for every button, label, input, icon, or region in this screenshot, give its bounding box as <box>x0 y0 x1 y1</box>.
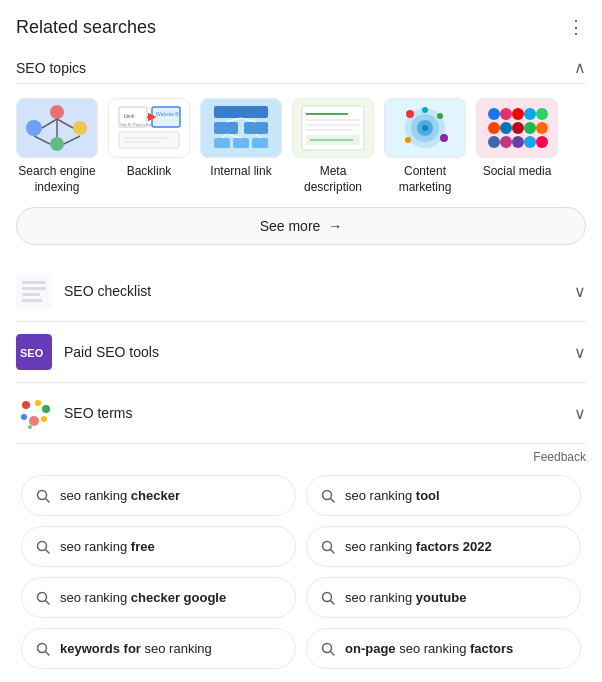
suggestion-text-6: seo ranking youtube <box>345 590 466 605</box>
feedback-label[interactable]: Feedback <box>533 450 586 464</box>
suggestion-seo-ranking-checker-google[interactable]: seo ranking checker google <box>21 577 296 618</box>
seo-terms-chevron: ∨ <box>574 404 586 423</box>
svg-rect-21 <box>214 138 230 148</box>
svg-point-53 <box>524 122 536 134</box>
svg-rect-64 <box>22 299 42 302</box>
card-label-content-marketing: Content marketing <box>384 164 466 195</box>
svg-point-55 <box>488 136 500 148</box>
see-more-button[interactable]: See more → <box>16 207 586 245</box>
search-icon-7 <box>36 642 50 656</box>
page-title: Related searches <box>16 17 156 38</box>
svg-line-7 <box>64 136 80 144</box>
suggestion-seo-ranking-youtube[interactable]: seo ranking youtube <box>306 577 581 618</box>
svg-point-43 <box>440 134 448 142</box>
svg-line-78 <box>331 498 335 502</box>
svg-text:blink: blink <box>124 113 135 119</box>
suggestion-text-2: seo ranking tool <box>345 488 440 503</box>
svg-rect-63 <box>22 293 40 296</box>
feedback-row: Feedback <box>16 444 586 470</box>
suggestion-text-1: seo ranking checker <box>60 488 180 503</box>
suggestion-seo-ranking-tool[interactable]: seo ranking tool <box>306 475 581 516</box>
svg-line-27 <box>226 134 241 138</box>
search-icon-5 <box>36 591 50 605</box>
search-icon-8 <box>321 642 335 656</box>
card-backlink[interactable]: blink Site B: Pass.a backlink Website B <box>108 98 190 195</box>
card-label-meta-description: Meta description <box>292 164 374 195</box>
svg-point-39 <box>422 125 428 131</box>
svg-rect-23 <box>252 138 268 148</box>
card-internal-link[interactable]: Internal link <box>200 98 282 195</box>
seo-checklist-chevron: ∨ <box>574 282 586 301</box>
svg-line-6 <box>34 136 50 144</box>
svg-point-57 <box>512 136 524 148</box>
seo-topics-chevron: ∧ <box>574 58 586 77</box>
svg-point-71 <box>21 414 27 420</box>
menu-icon[interactable]: ⋮ <box>567 16 586 38</box>
card-label-internal-link: Internal link <box>210 164 271 180</box>
card-label-backlink: Backlink <box>127 164 172 180</box>
svg-line-5 <box>57 119 73 128</box>
svg-point-1 <box>50 105 64 119</box>
collapsible-seo-checklist[interactable]: SEO checklist ∨ <box>16 261 586 322</box>
svg-point-40 <box>406 110 414 118</box>
svg-rect-61 <box>22 281 46 284</box>
seo-topics-header[interactable]: SEO topics ∧ <box>16 52 586 84</box>
suggestion-seo-ranking-factors-2022[interactable]: seo ranking factors 2022 <box>306 526 581 567</box>
suggestion-keywords-for-seo-ranking[interactable]: keywords for seo ranking <box>21 628 296 669</box>
card-social-media[interactable]: Social media <box>476 98 558 195</box>
suggestion-seo-ranking-checker[interactable]: seo ranking checker <box>21 475 296 516</box>
svg-line-28 <box>256 134 260 138</box>
svg-point-42 <box>405 137 411 143</box>
card-content-marketing[interactable]: Content marketing <box>384 98 466 195</box>
see-more-label: See more <box>260 218 321 234</box>
search-icon-1 <box>36 489 50 503</box>
svg-text:SEO: SEO <box>20 347 44 359</box>
paid-seo-tools-chevron: ∨ <box>574 343 586 362</box>
svg-rect-12 <box>152 107 180 127</box>
search-icon-3 <box>36 540 50 554</box>
svg-line-86 <box>331 600 335 604</box>
svg-rect-62 <box>22 287 46 290</box>
see-more-arrow: → <box>328 218 342 234</box>
search-icon-6 <box>321 591 335 605</box>
svg-point-58 <box>524 136 536 148</box>
svg-point-70 <box>42 405 50 413</box>
svg-point-50 <box>488 122 500 134</box>
card-label-social-media: Social media <box>483 164 552 180</box>
svg-point-44 <box>422 107 428 113</box>
suggestion-seo-ranking-free[interactable]: seo ranking free <box>21 526 296 567</box>
suggestion-text-7: keywords for seo ranking <box>60 641 212 656</box>
topics-cards-row: Search engine indexing blink Site B: Pas… <box>16 98 586 195</box>
seo-topics-label: SEO topics <box>16 60 86 76</box>
seo-terms-label: SEO terms <box>64 405 562 421</box>
search-icon-2 <box>321 489 335 503</box>
paid-seo-tools-icon: SEO <box>16 334 52 370</box>
svg-point-49 <box>536 108 548 120</box>
svg-line-26 <box>222 134 226 138</box>
svg-line-84 <box>46 600 50 604</box>
collapsible-seo-terms[interactable]: SEO terms ∨ <box>16 383 586 444</box>
svg-point-54 <box>536 122 548 134</box>
search-icon-4 <box>321 540 335 554</box>
svg-point-56 <box>500 136 512 148</box>
card-meta-description[interactable]: Meta description <box>292 98 374 195</box>
suggestion-on-page-seo-ranking-factors[interactable]: on-page seo ranking factors <box>306 628 581 669</box>
svg-point-51 <box>500 122 512 134</box>
svg-line-4 <box>42 119 57 128</box>
svg-line-80 <box>46 549 50 553</box>
svg-rect-60 <box>16 273 52 309</box>
card-label-search-engine: Search engine indexing <box>16 164 98 195</box>
svg-point-47 <box>512 108 524 120</box>
svg-point-73 <box>41 416 47 422</box>
paid-seo-tools-label: Paid SEO tools <box>64 344 562 360</box>
seo-checklist-label: SEO checklist <box>64 283 562 299</box>
suggestion-text-3: seo ranking free <box>60 539 155 554</box>
collapsible-paid-seo-tools[interactable]: SEO Paid SEO tools ∨ <box>16 322 586 383</box>
svg-text:Website B: Website B <box>156 111 179 117</box>
suggestion-text-5: seo ranking checker google <box>60 590 226 605</box>
svg-rect-20 <box>244 122 268 134</box>
card-search-engine-indexing[interactable]: Search engine indexing <box>16 98 98 195</box>
svg-rect-15 <box>119 132 179 148</box>
svg-point-45 <box>488 108 500 120</box>
svg-point-48 <box>524 108 536 120</box>
